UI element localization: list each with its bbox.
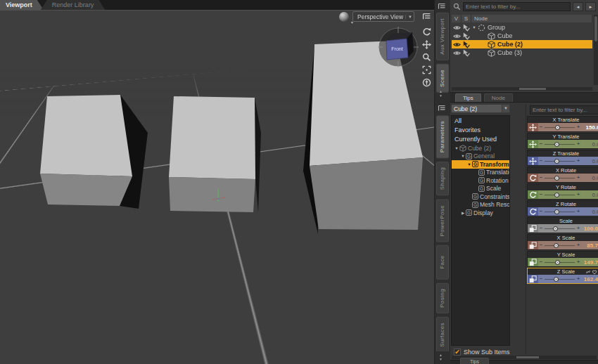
chevron-down-icon[interactable]: ▼: [502, 105, 509, 112]
slider-value[interactable]: 0.00: [581, 141, 598, 148]
cube2-top-face[interactable]: [169, 96, 255, 179]
slider-y-scale[interactable]: Y Scale−+149.7%: [527, 251, 598, 267]
param-item-cube-2[interactable]: ▼Cube (2): [452, 144, 509, 152]
expander-icon[interactable]: ▼: [454, 146, 459, 150]
slider-value[interactable]: 0.00: [581, 158, 598, 164]
scene-row-group[interactable]: ▼Group: [452, 23, 592, 32]
decrement-button[interactable]: −: [539, 174, 543, 182]
visibility-eye-icon[interactable]: [452, 23, 461, 31]
slider-z-translate[interactable]: Z Translate−+0.00: [527, 150, 598, 166]
slider-track[interactable]: [544, 258, 575, 266]
slider-track[interactable]: [544, 174, 575, 182]
slider-y-translate[interactable]: Y Translate−+0.00: [527, 133, 598, 149]
increment-button[interactable]: +: [576, 207, 580, 216]
param-item-translation[interactable]: GTranslation: [452, 169, 509, 177]
side-tab-surfaces[interactable]: Surfaces: [436, 317, 449, 351]
decrement-button[interactable]: −: [539, 123, 543, 131]
column-node[interactable]: Node: [471, 15, 592, 22]
node-selector-dropdown[interactable]: Cube (2) ▼: [451, 104, 510, 113]
slider-knob[interactable]: [554, 193, 559, 197]
view-select-dropdown[interactable]: Perspective View ▼: [352, 11, 414, 22]
filter-prev-button[interactable]: ◄: [573, 2, 583, 11]
shading-style-sphere-icon[interactable]: [339, 12, 349, 22]
decrement-button[interactable]: −: [539, 207, 543, 216]
slider-scale[interactable]: Scale−+100.0%: [527, 217, 598, 233]
cube3-front-face[interactable]: [310, 157, 423, 230]
param-item-scale[interactable]: GScale: [452, 185, 509, 193]
param-item-general[interactable]: ▼GGeneral: [452, 152, 509, 161]
expander-icon[interactable]: ▼: [466, 162, 472, 167]
slider-knob[interactable]: [555, 125, 560, 130]
parameters-filter-input[interactable]: [530, 105, 598, 115]
decrement-button[interactable]: −: [539, 258, 543, 266]
increment-button[interactable]: +: [576, 157, 580, 165]
3d-viewport[interactable]: Perspective View ▼ Front: [0, 10, 434, 364]
slider-z-scale[interactable]: Z Scale−+162.4%: [527, 268, 598, 284]
increment-button[interactable]: +: [576, 241, 580, 249]
slider-track[interactable]: [544, 123, 575, 131]
expander-icon[interactable]: ▶: [460, 211, 466, 215]
viewport-panel-menu-icon[interactable]: [421, 11, 432, 22]
scene-column-header[interactable]: V S Node: [452, 15, 592, 22]
scene-pane-menu-icon[interactable]: [438, 2, 446, 11]
tab-render-library[interactable]: Render Library: [41, 0, 106, 10]
param-item-mesh-resolution[interactable]: GMesh Resolution: [452, 201, 509, 209]
scene-filter-input[interactable]: [463, 2, 571, 11]
slider-track[interactable]: [544, 190, 575, 199]
param-item-all[interactable]: All: [452, 117, 509, 126]
slider-z-rotate[interactable]: Z Rotate−+0.00: [527, 200, 598, 216]
aim-camera-icon[interactable]: [421, 77, 432, 88]
decrement-button[interactable]: −: [539, 140, 543, 148]
slider-knob[interactable]: [555, 260, 560, 265]
slider-x-scale[interactable]: X Scale−+85.7%: [527, 234, 598, 250]
slider-track[interactable]: [544, 275, 575, 283]
side-tab-powerpose[interactable]: PowerPose: [436, 200, 449, 242]
slider-value[interactable]: 0.00: [581, 209, 598, 215]
param-item-currently-used[interactable]: Currently Used: [452, 135, 509, 144]
increment-button[interactable]: +: [576, 140, 580, 148]
selectable-cursor-icon[interactable]: [462, 48, 470, 56]
slider-track[interactable]: [544, 224, 575, 233]
column-visible[interactable]: V: [452, 15, 462, 22]
chevron-down-icon[interactable]: ▼: [405, 15, 412, 19]
zoom-camera-icon[interactable]: [421, 51, 432, 63]
slider-value[interactable]: 85.7%: [581, 242, 598, 249]
increment-button[interactable]: +: [576, 190, 580, 199]
cube2-side-face[interactable]: [255, 98, 261, 212]
slider-y-rotate[interactable]: Y Rotate−+0.00: [527, 183, 598, 200]
increment-button[interactable]: +: [576, 275, 580, 283]
heart-favorite-icon[interactable]: [592, 268, 597, 275]
slider-x-rotate[interactable]: X Rotate−+0.00: [527, 167, 598, 183]
slider-x-translate[interactable]: X Translate−+150.00: [527, 116, 598, 132]
slider-knob[interactable]: [553, 226, 558, 231]
param-item-constraints[interactable]: GConstraints: [452, 193, 509, 201]
scene-row-cube[interactable]: Cube: [452, 32, 592, 40]
expander-icon[interactable]: ▼: [460, 154, 466, 158]
param-item-favorites[interactable]: Favorites: [452, 126, 509, 135]
selectable-cursor-icon[interactable]: [462, 32, 470, 39]
scene-row-cube-2[interactable]: Cube (2): [452, 40, 592, 48]
decrement-button[interactable]: −: [539, 190, 543, 199]
slider-knob[interactable]: [554, 142, 559, 147]
decrement-button[interactable]: −: [539, 241, 543, 249]
column-selectable[interactable]: S: [462, 15, 471, 22]
cube1-top-face[interactable]: [40, 95, 132, 176]
slider-value[interactable]: 0.00: [581, 192, 598, 198]
slider-value[interactable]: 100.0%: [581, 226, 598, 232]
decrement-button[interactable]: −: [539, 224, 543, 233]
side-tab-scene[interactable]: Scene: [436, 64, 449, 93]
selectable-cursor-icon[interactable]: [462, 23, 470, 31]
slider-knob[interactable]: [554, 243, 559, 248]
frame-selection-icon[interactable]: [421, 64, 432, 75]
selectable-cursor-icon[interactable]: [462, 40, 470, 48]
slider-knob[interactable]: [554, 209, 559, 214]
side-tab-face-transfer[interactable]: Face Transfer: [436, 245, 449, 280]
scene-horizontal-scrollbar[interactable]: [452, 87, 592, 91]
side-tab-aux-viewport[interactable]: Aux Viewport: [436, 13, 449, 60]
slider-knob[interactable]: [554, 277, 559, 282]
scene-vertical-scrollbar[interactable]: [594, 15, 598, 85]
tab-tips-bottom[interactable]: Tips: [460, 358, 489, 364]
side-tab-parameters[interactable]: Parameters: [436, 115, 449, 158]
slider-track[interactable]: [544, 140, 575, 148]
dock-bottom-arrows[interactable]: ▲▼: [439, 353, 443, 361]
